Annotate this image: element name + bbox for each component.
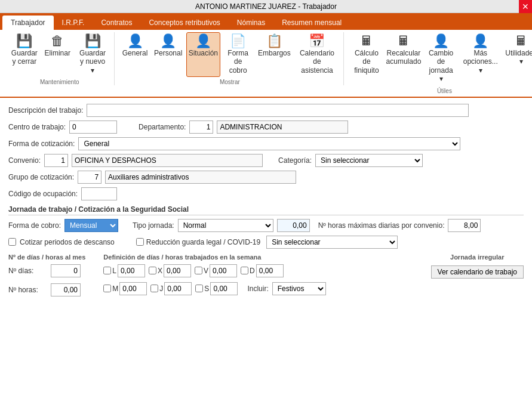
calendario-button[interactable]: 📅 Calendariode asistencia <box>294 32 340 77</box>
day-x-label: X <box>158 267 162 275</box>
horas-max-input[interactable] <box>448 219 481 232</box>
toolbar-group-mantenimiento: 💾 Guardary cerrar 🗑 Eliminar 💾 Guardary … <box>5 32 115 85</box>
tab-nominas[interactable]: Nóminas <box>229 16 273 30</box>
incluir-select[interactable]: Festivos Laborables Todos <box>272 282 326 295</box>
tab-conceptos[interactable]: Conceptos retributivos <box>140 16 228 30</box>
embargos-button[interactable]: 📋 Embargos <box>256 32 293 77</box>
num-dias-label: Nº días: <box>8 267 47 275</box>
convenio-name-input[interactable] <box>72 154 263 167</box>
cambio-jornada-label: Cambio dejornada ▾ <box>426 49 455 84</box>
general-button[interactable]: 👤 General <box>119 32 150 77</box>
save-close-icon: 💾 <box>16 35 32 48</box>
convenio-label: Convenio: <box>8 156 41 165</box>
forma-cobro-select[interactable]: Mensual Quincenal Semanal <box>64 219 118 232</box>
descripcion-label: Descripción del trabajo: <box>8 106 83 115</box>
day-s-item: S <box>195 282 238 295</box>
day-v-input[interactable] <box>210 264 237 277</box>
forma-cobro-label: Forma de cobro: <box>8 221 61 230</box>
day-j-input[interactable] <box>164 282 192 295</box>
reduccion-label: Reducción guarda legal / COVID-19 <box>146 238 260 246</box>
personal-button[interactable]: 👤 Personal <box>152 32 185 77</box>
day-s-checkbox[interactable] <box>195 285 203 292</box>
toolbar: 💾 Guardary cerrar 🗑 Eliminar 💾 Guardary … <box>0 30 532 98</box>
incluir-item: Incluir: Festivos Laborables Todos <box>247 282 325 295</box>
num-horas-input[interactable] <box>51 283 81 296</box>
reduccion-select[interactable]: Sin seleccionar <box>266 236 398 249</box>
ver-calendario-button[interactable]: Ver calendario de trabajo <box>431 265 524 279</box>
save-new-icon: 💾 <box>85 35 101 48</box>
day-m-checkbox[interactable] <box>103 285 111 292</box>
day-s-label: S <box>204 285 209 293</box>
embargos-label: Embargos <box>258 49 291 57</box>
codigo-input[interactable] <box>81 187 117 200</box>
horas-value-input[interactable] <box>277 219 310 232</box>
day-v-checkbox[interactable] <box>195 267 202 274</box>
departamento-name-input[interactable] <box>217 120 348 134</box>
forma-cotizacion-select[interactable]: General <box>78 137 460 150</box>
delete-icon: 🗑 <box>51 35 64 48</box>
utilidades-button[interactable]: 🖩 Utilidades ▾ <box>502 32 532 86</box>
calendario-label: Calendariode asistencia <box>298 49 337 75</box>
tab-irpf[interactable]: I.R.P.F. <box>54 16 93 30</box>
jornada-section-title: Jornada de trabajo / Cotización a la Seg… <box>8 205 524 215</box>
recalcular-icon: 🖩 <box>397 35 410 48</box>
grupo-row: Grupo de cotización: <box>8 171 524 184</box>
tab-trabajador[interactable]: Trabajador <box>2 16 54 30</box>
incluir-label: Incluir: <box>247 285 268 293</box>
grupo-name-input[interactable] <box>105 171 296 184</box>
departamento-num-input[interactable] <box>189 120 213 134</box>
day-m-input[interactable] <box>119 282 147 295</box>
day-d-input[interactable] <box>256 264 284 277</box>
close-button[interactable]: ✕ <box>519 0 532 13</box>
cotizar-label: Cotizar periodos de descanso <box>20 238 115 246</box>
guardar-nuevo-button[interactable]: 💾 Guardary nuevo ▾ <box>75 32 111 77</box>
cotizar-checkbox[interactable] <box>8 238 16 246</box>
window-title: ANTONIO MARTINEZ JUAREZ - Trabajador <box>195 2 337 11</box>
general-label: General <box>122 49 148 57</box>
day-l-label: L <box>112 267 116 275</box>
day-d-checkbox[interactable] <box>241 267 248 274</box>
situacion-button[interactable]: 👤 Situación <box>186 32 221 77</box>
cambio-jornada-button[interactable]: 👤 Cambio dejornada ▾ <box>423 32 459 86</box>
forma-cotizacion-row: Forma de cotización: General <box>8 137 524 150</box>
codigo-label: Código de ocupación: <box>8 190 78 198</box>
convenio-row: Convenio: Categoría: Sin seleccionar <box>8 154 524 167</box>
forma-cobro-button[interactable]: 📄 Formade cobro <box>222 32 254 77</box>
day-m-item: M <box>103 282 147 295</box>
jornada-irregular-section: Jornada irregular Ver calendario de trab… <box>431 254 524 300</box>
guardar-cerrar-button[interactable]: 💾 Guardary cerrar <box>8 32 41 77</box>
toolbar-group-utiles: 🖩 Cálculo definiquito 🖩 Recalcularacumul… <box>345 32 532 94</box>
reduccion-checkbox[interactable] <box>136 238 144 246</box>
eliminar-button[interactable]: 🗑 Eliminar <box>42 32 73 77</box>
tab-contratos[interactable]: Contratos <box>93 16 140 30</box>
day-v-label: V <box>204 267 208 275</box>
tab-resumen[interactable]: Resumen mensual <box>273 16 350 30</box>
mas-opciones-button[interactable]: 👤 Másopciones... ▾ <box>460 32 501 86</box>
dias-horas-title: Nº de días / horas al mes <box>8 254 85 261</box>
recalcular-button[interactable]: 🖩 Recalcularacumulado <box>386 32 422 86</box>
tipo-jornada-select[interactable]: Normal Parcial Completa <box>178 219 273 232</box>
week-row-2: M J S Incluir: Festivos La <box>103 282 325 295</box>
day-l-input[interactable] <box>118 264 145 277</box>
week-row-1: L X V D <box>103 264 325 277</box>
day-j-checkbox[interactable] <box>150 285 158 292</box>
guardar-nuevo-label: Guardary nuevo ▾ <box>78 49 107 75</box>
day-l-checkbox[interactable] <box>103 267 111 274</box>
personal-icon: 👤 <box>160 35 176 48</box>
grupo-num-input[interactable] <box>78 171 102 184</box>
embargos-icon: 📋 <box>266 35 282 48</box>
descripcion-input[interactable] <box>87 104 469 117</box>
situacion-label: Situación <box>189 49 218 57</box>
forma-cobro-label: Formade cobro <box>225 49 251 75</box>
cambio-jornada-icon: 👤 <box>433 35 449 48</box>
num-dias-input[interactable] <box>51 264 81 277</box>
categoria-select[interactable]: Sin seleccionar <box>315 154 423 167</box>
day-s-input[interactable] <box>210 282 238 295</box>
day-x-checkbox[interactable] <box>149 267 156 274</box>
calculo-finiquito-button[interactable]: 🖩 Cálculo definiquito <box>349 32 384 86</box>
centro-input[interactable] <box>69 120 117 134</box>
tipo-jornada-label: Tipo jornada: <box>133 221 174 230</box>
convenio-num-input[interactable] <box>44 154 68 167</box>
grupo-label: Grupo de cotización: <box>8 173 74 181</box>
day-x-input[interactable] <box>164 264 191 277</box>
